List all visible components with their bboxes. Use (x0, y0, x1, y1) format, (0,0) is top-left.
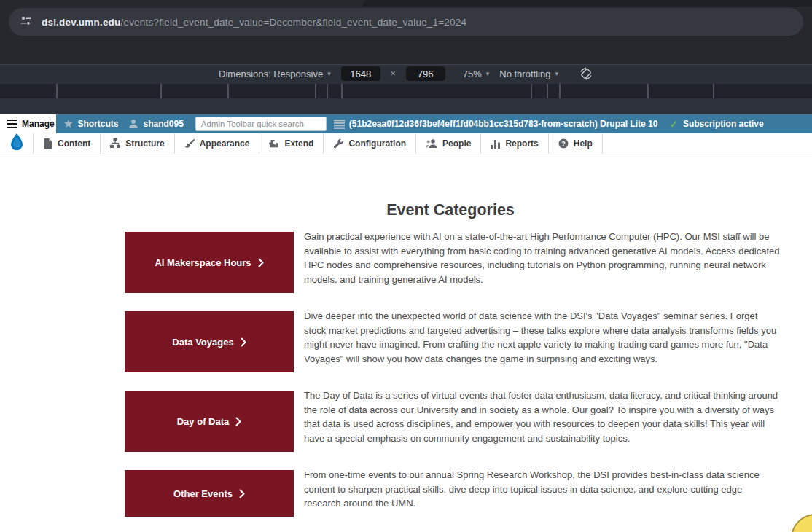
admin-quick-search-input[interactable] (195, 117, 327, 131)
browser-chrome: dsi.dev.umn.edu/events?field_event_date_… (0, 0, 812, 64)
sitemap-icon (110, 138, 120, 149)
chevron-down-icon: ▾ (555, 70, 558, 77)
category-description: Gain practical experience with AI on a s… (304, 230, 781, 286)
menu-item-help[interactable]: ? Help (549, 133, 603, 154)
chevron-down-icon: ▾ (327, 70, 331, 77)
url-query: /events?field_event_date_value=December&… (121, 17, 467, 28)
hamburger-icon (7, 120, 17, 129)
zoom-dropdown[interactable]: 75% ▾ (463, 69, 490, 79)
category-description: The Day of Data is a series of virtual e… (304, 388, 781, 445)
menu-item-configuration[interactable]: Configuration (324, 133, 416, 154)
puzzle-icon (269, 138, 279, 149)
menu-item-people[interactable]: People (416, 133, 481, 154)
viewport-width-input[interactable] (341, 66, 380, 81)
shortcuts-label: Shortcuts (77, 119, 118, 129)
help-icon: ? (558, 138, 569, 149)
environment-label: (51b2eaa0f12d36f3bef4eff1fd04bb1cc315d78… (349, 119, 658, 129)
bar-chart-icon (491, 138, 500, 149)
category-description: Dive deeper into the unexpected world of… (304, 309, 781, 366)
category-button-other-events[interactable]: Other Events (125, 470, 294, 517)
category-button-data-voyages[interactable]: Data Voyages (125, 311, 294, 372)
page-title: Event Categories (0, 201, 812, 219)
media-query-segments (0, 84, 812, 98)
menu-item-content[interactable]: Content (34, 133, 101, 154)
drupal-admin-menu: Content Structure Appearance (0, 133, 812, 154)
menu-label: Appearance (200, 138, 250, 149)
drupal-admin-toolbar: Manage ★ Shortcuts shand095 (0, 114, 812, 133)
environment-menu[interactable]: (51b2eaa0f12d36f3bef4eff1fd04bb1cc315d78… (334, 119, 658, 129)
user-menu[interactable]: shand095 (128, 119, 183, 129)
devtools-media-query-strip (0, 82, 812, 114)
page-inner: Event Categories AI Makerspace Hours Gai… (0, 154, 812, 532)
list-icon (334, 120, 345, 129)
star-icon: ★ (63, 119, 73, 130)
category-button-label: Day of Data (177, 416, 230, 427)
chat-widget-button[interactable] (791, 514, 812, 532)
category-description: From one-time events to our annual Sprin… (304, 468, 781, 511)
devtools-device-toolbar: Dimensions: Responsive ▾ × 75% ▾ No thro… (0, 64, 812, 82)
svg-text:?: ? (561, 140, 566, 147)
manage-label: Manage (22, 119, 55, 129)
menu-label: Help (574, 138, 593, 149)
chevron-right-icon (239, 489, 245, 498)
throttling-value: No throttling (499, 69, 550, 79)
menu-label: People (442, 138, 471, 149)
site-settings-icon[interactable] (19, 14, 33, 31)
menu-label: Reports (505, 138, 538, 149)
url-text[interactable]: dsi.dev.umn.edu/events?field_event_date_… (42, 17, 466, 28)
category-button-label: Other Events (173, 488, 233, 499)
menu-label: Configuration (348, 138, 406, 149)
category-button-day-of-data[interactable]: Day of Data (125, 391, 294, 452)
manage-tab[interactable]: Manage (0, 114, 56, 133)
menu-item-structure[interactable]: Structure (101, 133, 174, 154)
page-viewport: Event Categories AI Makerspace Hours Gai… (0, 154, 812, 532)
chevron-down-icon: ▾ (486, 70, 490, 77)
menu-item-reports[interactable]: Reports (481, 133, 548, 154)
dimensions-label: Dimensions: Responsive (219, 69, 323, 79)
drupal-logo-icon (9, 133, 25, 154)
throttling-dropdown[interactable]: No throttling ▾ (499, 69, 558, 79)
user-icon (128, 119, 138, 129)
menu-label: Structure (125, 138, 164, 149)
drupal-home-button[interactable] (0, 133, 34, 154)
rotate-viewport-button[interactable] (579, 66, 593, 81)
dimensions-times-label: × (391, 69, 396, 79)
zoom-value: 75% (463, 69, 482, 79)
category-button-ai-makerspace-hours[interactable]: AI Makerspace Hours (125, 232, 294, 293)
page-icon (43, 138, 52, 149)
chevron-right-icon (235, 417, 241, 426)
viewport-height-input[interactable] (406, 66, 445, 81)
people-icon (426, 138, 437, 149)
chevron-right-icon (258, 258, 264, 267)
username-label: shand095 (143, 119, 183, 129)
devtools-window-edge (362, 0, 812, 7)
menu-label: Content (58, 138, 90, 149)
subscription-status[interactable]: ✓ Subscription active (669, 119, 763, 130)
menu-item-appearance[interactable]: Appearance (175, 133, 260, 154)
address-bar[interactable]: dsi.dev.umn.edu/events?field_event_date_… (9, 8, 803, 36)
screen: dsi.dev.umn.edu/events?field_event_date_… (0, 0, 812, 532)
paintbrush-icon (184, 138, 195, 149)
chevron-right-icon (241, 337, 246, 347)
dimensions-dropdown[interactable]: Dimensions: Responsive ▾ (219, 69, 331, 79)
url-domain: dsi.dev.umn.edu (42, 17, 121, 28)
check-icon: ✓ (669, 119, 679, 130)
category-button-label: AI Makerspace Hours (155, 257, 251, 268)
shortcuts-button[interactable]: ★ Shortcuts (63, 119, 118, 130)
menu-label: Extend (284, 138, 313, 149)
subscription-label: Subscription active (683, 119, 764, 129)
wrench-icon (333, 138, 343, 149)
category-button-label: Data Voyages (172, 337, 233, 348)
menu-item-extend[interactable]: Extend (259, 133, 324, 154)
